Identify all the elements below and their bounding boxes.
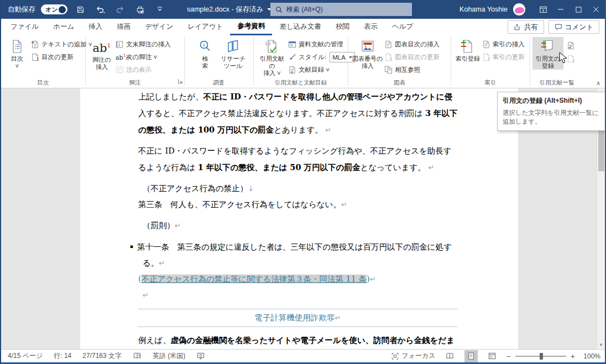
bibliography-button[interactable]: 文献目録 ˅ [288, 64, 355, 76]
mark-entry-icon [461, 39, 475, 54]
tab-references[interactable]: 参考資料 [230, 19, 272, 35]
tab-help[interactable]: ヘルプ [385, 19, 420, 35]
accessibility-icon [196, 352, 205, 360]
paragraph-mark: ↵ [159, 259, 165, 267]
update-index-button[interactable]: 索引の更新 [482, 51, 525, 63]
autosave-toggle[interactable]: オン [41, 4, 67, 14]
autosave-label: 自動保存 [8, 5, 35, 14]
tab-mailings[interactable]: 差し込み文書 [272, 19, 328, 35]
document-line[interactable] [138, 176, 457, 181]
mouse-cursor-icon [558, 52, 567, 64]
group-captions: 図表番号の 挿入 図表目次の挿入 図表目次の更新 相互参照 図表 [348, 35, 451, 88]
accessibility-button[interactable] [196, 352, 205, 360]
zoom-slider-thumb[interactable] [540, 353, 543, 360]
read-mode-button[interactable] [443, 350, 457, 362]
zoom-in-button[interactable]: + [571, 352, 575, 361]
document-line[interactable]: の懲役、または 100 万円以下の罰金とあります。 ↵ [138, 122, 457, 138]
maximize-button[interactable] [570, 0, 587, 19]
group-label-research: 調査 [185, 79, 253, 87]
tab-insert[interactable]: 挿入 [81, 19, 109, 35]
document-title[interactable]: sample2.docx - 保存済み [187, 5, 271, 14]
avatar[interactable] [513, 3, 525, 15]
save-button[interactable] [73, 2, 87, 17]
scroll-down-icon[interactable]: ▼ [597, 341, 605, 349]
ribbon-display-options-button[interactable] [534, 0, 552, 19]
document-line[interactable]: 第三条 何人も、不正アクセス行為をしてはならない。↵ [138, 197, 457, 213]
tooltip-body: 選択した文字列を引用文献一覧に追加します。 [503, 108, 600, 126]
qat-customize-button[interactable] [153, 2, 167, 17]
update-table-of-figures-button[interactable]: 図表目次の更新 [384, 51, 440, 63]
manage-sources-button[interactable]: 資料文献の管理 [288, 39, 355, 50]
document-line[interactable] [138, 234, 457, 239]
document-line[interactable]: ▪第十一条 第三条の規定に違反した者は、三年以下の懲役又は百万円以下の罰金に処す [138, 239, 457, 255]
redo-button[interactable] [113, 2, 127, 17]
tab-file[interactable]: ファイル [3, 19, 46, 35]
manage-sources-icon [288, 40, 296, 49]
document-line[interactable]: 不正に ID・パスワードを取得するようなフィッシング行為や、不正アクセスを助長す [138, 143, 457, 159]
next-footnote-button[interactable]: ab1→ 次の脚注 ˅ [116, 51, 171, 63]
insert-endnote-button[interactable]: 文末脚注の挿入 [116, 39, 171, 50]
table-of-figures-icon [384, 40, 393, 49]
add-text-button[interactable]: テキストの追加 ˅ [31, 39, 92, 50]
user-account[interactable]: Kohama Yoshie [459, 6, 508, 13]
tab-view[interactable]: 表示 [357, 19, 385, 35]
mark-entry-button[interactable]: 索引登録 [453, 37, 482, 62]
document-line[interactable]: 例えば、虚偽の金融機関を名乗ったサイトや電子メールを使い、訪問者から金銭をだま [138, 332, 457, 349]
web-layout-button[interactable] [485, 350, 499, 362]
document-line[interactable]: 上記しましたが、不正に ID・パスワードを取得し他人の管理ページやアカウントに侵 [138, 88, 457, 105]
mark-citation-tooltip: 引用文の登録 (Alt+Shift+I) 選択した文字列を引用文献一覧に追加しま… [497, 92, 605, 131]
insert-caption-button[interactable]: 図表番号の 挿入 [351, 37, 384, 70]
share-button[interactable]: 共有 [508, 20, 544, 34]
document-line[interactable]: るような行為は 1 年以下の懲役、または 50 万円以下の罰金となっています。 … [138, 159, 457, 176]
focus-mode-button[interactable]: フォーカス [391, 351, 436, 361]
proofing-errors-button[interactable] [133, 352, 142, 360]
document-line[interactable]: 入すると、不正アクセス禁止法違反となります。不正アクセスに対する刑罰は 3 年以… [138, 105, 457, 122]
insert-index-button[interactable]: 索引の挿入 [482, 39, 525, 50]
document-heading-line[interactable]: 電子計算機使用詐欺罪↵ [138, 309, 457, 327]
tab-home[interactable]: ホーム [46, 19, 81, 35]
page-indicator[interactable]: 4/15 ページ [8, 351, 43, 361]
smart-lookup-button[interactable]: 検 索 [191, 37, 219, 70]
cross-reference-button[interactable]: 相互参照 [384, 64, 440, 76]
insert-table-of-authorities-button[interactable] [565, 40, 576, 51]
search-input[interactable]: 検索 (Alt+Q) [270, 3, 412, 16]
tab-draw[interactable]: 描画 [109, 19, 138, 35]
print-preview-button[interactable] [133, 2, 147, 17]
zoom-level[interactable]: 100% [579, 352, 600, 360]
tab-layout[interactable]: レイアウト [180, 19, 230, 35]
show-notes-button[interactable]: 注の表示 [116, 64, 171, 76]
word-count[interactable]: 27/7163 文字 [82, 351, 122, 361]
insert-footnote-button[interactable]: ab1 脚注の 挿入 [88, 37, 116, 71]
document-line[interactable] [138, 138, 457, 143]
insert-citation-icon: (-) [265, 39, 279, 54]
document-line[interactable]: ↵ [138, 287, 457, 303]
insert-caption-icon [361, 39, 375, 54]
document-line[interactable]: る。↵ [138, 255, 457, 271]
document-line[interactable]: (不正アクセス行為の禁止等に関する法律第３条・同法第 11 条)↵ [138, 271, 457, 287]
print-layout-button[interactable] [464, 350, 478, 362]
toc-button[interactable]: 目次 ˅ [3, 37, 31, 70]
comments-button[interactable]: コメント [548, 20, 599, 34]
tab-review[interactable]: 校閲 [328, 19, 357, 35]
paragraph-mark: ↵ [335, 314, 341, 322]
document-page[interactable]: 上記しましたが、不正に ID・パスワードを取得し他人の管理ページやアカウントに侵… [80, 88, 518, 349]
citation-style-row: スタイル: MLA [288, 51, 355, 63]
document-text[interactable]: 上記しましたが、不正に ID・パスワードを取得し他人の管理ページやアカウントに侵… [80, 88, 518, 349]
tab-design[interactable]: デザイン [138, 19, 180, 35]
minimize-button[interactable] [552, 0, 570, 19]
zoom-slider[interactable] [515, 356, 566, 357]
document-line[interactable]: （罰則）↵ [138, 218, 457, 234]
close-button[interactable] [587, 0, 605, 19]
insert-citation-button[interactable]: (-) 引用文献の 挿入 ˅ [256, 37, 288, 77]
document-line[interactable]: （不正アクセス行為の禁止）↓ [138, 181, 457, 197]
collapse-ribbon-icon[interactable]: ∧ [596, 80, 600, 87]
focus-icon [391, 352, 399, 360]
document-line[interactable] [138, 213, 457, 218]
research-tools-button[interactable]: リサーチ ツール [219, 37, 247, 70]
undo-button[interactable] [93, 2, 107, 17]
line-indicator[interactable]: 行: 14 [54, 351, 71, 361]
insert-table-of-figures-button[interactable]: 図表目次の挿入 [384, 39, 440, 50]
language-indicator[interactable]: 英語 (米国) [153, 351, 185, 361]
update-toc-button[interactable]: 目次の更新 [31, 51, 92, 63]
zoom-out-button[interactable]: − [506, 352, 511, 361]
